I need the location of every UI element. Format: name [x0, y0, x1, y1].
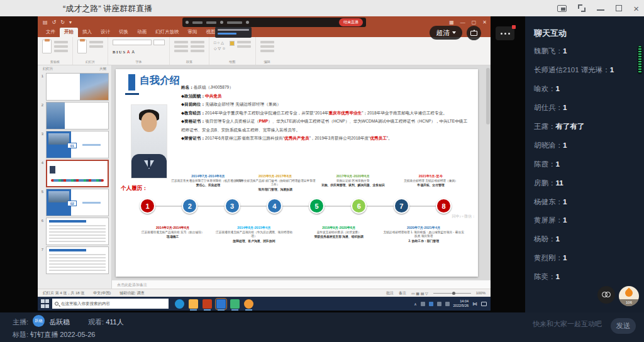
ribbon-group-drawing[interactable]: □○△◇▽☆ 绘图	[209, 37, 256, 65]
ribbon-group-font[interactable]: B I U SAA 字体	[108, 37, 170, 65]
redo-icon[interactable]: ↻	[60, 19, 65, 25]
timeline-entry-top: 2021年5月-至今 无锡政企部经理 无锡运维部经理（兼岗） 市场开拓、交付管理	[390, 174, 472, 188]
ribbon-group-clipboard[interactable]: 剪贴板	[38, 37, 73, 65]
tray-icon-2[interactable]	[429, 302, 433, 306]
slide-thumbnail-1[interactable]: 1	[39, 73, 109, 101]
ppt-restore-icon[interactable]: ▢	[472, 19, 477, 25]
font-name-box[interactable]	[113, 40, 152, 45]
ppt-ribbon-tab[interactable]: 设计	[96, 28, 114, 37]
live-status-icon	[186, 21, 189, 24]
undo-icon[interactable]: ↺	[52, 19, 57, 25]
more-options-button[interactable]	[496, 26, 514, 40]
chat-message: 魏鹏飞：1	[534, 47, 640, 56]
host-avatar[interactable]: 跃稳	[33, 315, 45, 327]
thumb-panel-outline-label[interactable]: 大纲	[99, 67, 106, 71]
quality-selector[interactable]: 超清	[430, 26, 462, 40]
minimize-icon[interactable]	[597, 9, 604, 11]
stream-title: 标题: 钉钉直播 2022-05-26	[13, 330, 95, 339]
taskbar-app-wechat-icon[interactable]	[230, 299, 240, 309]
save-icon[interactable]: ▤	[43, 19, 48, 25]
tray-chat-icon[interactable]	[481, 302, 487, 306]
font-style-buttons[interactable]: B I U SAA	[113, 50, 135, 54]
like-button[interactable]: 106	[619, 286, 639, 306]
ribbon-group-slides[interactable]: 幻灯片	[73, 37, 108, 65]
taskbar-app-dingtalk-icon[interactable]	[216, 299, 226, 309]
ppt-close-icon[interactable]: ✕	[482, 19, 487, 25]
shape-fill-icon[interactable]	[230, 41, 235, 46]
ppt-ribbon-tab[interactable]: 审阅	[184, 28, 202, 37]
video-stage: ▤ ↺ ↻ ▾ ▦ — ▢ ✕ 文件开始插入设计切换动画幻灯片放映审阅视图帮助	[0, 16, 525, 312]
shapes-icon[interactable]: □○△◇▽☆	[214, 40, 227, 52]
ppt-ribbon-tab[interactable]: 文件	[42, 28, 60, 37]
slide-thumbnail-6[interactable]: 6	[39, 218, 109, 245]
taskbar-app-orange-icon[interactable]	[244, 299, 253, 309]
current-slide[interactable]: 自我介绍 姓名：岳跃稳（JH005879） ◆政治面貌：中共党员 ◆目前岗位：无…	[116, 69, 478, 277]
timeline-node: 8	[436, 198, 452, 214]
ppt-ribbon-tab[interactable]: 切换	[114, 28, 133, 37]
close-icon[interactable]: ×	[633, 4, 639, 13]
ppt-ribbon-tab[interactable]: 开始	[60, 28, 78, 37]
system-tray[interactable]: ∧ 14:042022/5/26 ⋈	[414, 299, 487, 308]
slide-thumbnail-5[interactable]: 5 02	[39, 189, 109, 216]
tray-projection-icon[interactable]: ⋈	[472, 301, 477, 307]
tray-network-icon[interactable]	[445, 302, 450, 306]
screen-share-video[interactable]: ▤ ↺ ↻ ▾ ▦ — ▢ ✕ 文件开始插入设计切换动画幻灯片放映审阅视图帮助	[38, 16, 491, 311]
slide-thumbnail-7[interactable]: 7	[39, 246, 109, 274]
font-size-box[interactable]	[153, 40, 165, 45]
slide-watermark: 回中♪♀微信：	[452, 214, 476, 219]
chat-scrollbar[interactable]	[638, 45, 642, 74]
accessibility-status[interactable]: 辅助功能: 调查	[119, 290, 144, 296]
career-timeline: 2014年7月-2014年8月 江苏南京青奥通信保障江宁体育保障组（机房通信保障…	[123, 174, 477, 274]
thumb-panel-slides-label[interactable]: 幻灯片	[43, 67, 53, 71]
notes-button[interactable]: 备注	[399, 290, 406, 296]
chat-message: 胡仕兵：1	[534, 103, 640, 113]
maximize-icon[interactable]	[616, 5, 622, 11]
ppt-ribbon-tab[interactable]: 幻灯片放映	[151, 28, 184, 37]
send-button[interactable]: 发送	[611, 318, 636, 334]
ribbon-group-editing[interactable]: 编辑	[256, 37, 279, 65]
tray-chevron-icon[interactable]: ∧	[414, 302, 416, 306]
cast-button[interactable]	[467, 26, 481, 40]
taskbar-app-powerpoint-icon[interactable]	[203, 299, 212, 309]
zoom-slider[interactable]	[433, 293, 471, 294]
slide-thumbnail-4-selected[interactable]: 4	[39, 160, 109, 187]
ppt-ribbon-tab[interactable]: 动画	[133, 28, 151, 37]
slide-thumbnail-2[interactable]: 2	[39, 102, 109, 130]
start-button-icon[interactable]	[41, 299, 50, 308]
tray-icon-1[interactable]	[421, 302, 425, 306]
taskbar-app-browser-icon[interactable]	[175, 299, 184, 309]
zoom-level[interactable]: 100%	[476, 291, 486, 295]
slide-thumbnail-3[interactable]: 3 01	[39, 131, 109, 158]
ribbon-options-icon[interactable]: ▦	[449, 19, 454, 25]
timeline-entry-bottom: 2014年8月-2015年4月 江苏南通联通无线产品项目组（华为后台调测、项目经…	[213, 225, 295, 243]
end-live-button[interactable]: 结束直播	[339, 18, 363, 26]
fullscreen-icon[interactable]	[578, 4, 586, 12]
taskbar-clock[interactable]: 14:042022/5/26	[453, 299, 469, 308]
timeline-node: 3	[225, 198, 240, 214]
slide-thumbnail-panel: 幻灯片 大纲 1 2	[38, 65, 112, 289]
taskbar-app-explorer-icon[interactable]	[189, 299, 198, 309]
view-buttons[interactable]: ▭ ▦ ▤ ▽	[411, 291, 428, 295]
notes-pane[interactable]: 点击此处添加备注	[112, 280, 491, 289]
language-status[interactable]: 中文(中国)	[93, 290, 111, 296]
editor-scrollbar[interactable]	[486, 68, 490, 124]
title-accent-underline	[125, 93, 139, 95]
link-icon	[602, 292, 611, 298]
picture-in-picture-icon[interactable]	[557, 5, 567, 12]
new-slide-icon[interactable]	[77, 40, 87, 53]
chat-message-list[interactable]: 魏鹏飞：1 长师通信2101 谭光琳：1 喻欢：1 胡仕兵：1 王露：有了有了	[525, 39, 644, 282]
comments-button[interactable]: 批注	[386, 290, 394, 296]
ribbon-group-paragraph[interactable]: 段落	[170, 37, 209, 65]
ppt-minimize-icon[interactable]: —	[460, 19, 465, 25]
live-control-bar[interactable]: 结束直播	[182, 18, 366, 27]
tray-icon-3[interactable]	[437, 302, 441, 306]
portrait-photo	[131, 104, 167, 179]
customize-qat-icon[interactable]: ▾	[69, 19, 72, 25]
paste-icon[interactable]	[42, 40, 52, 53]
search-icon	[55, 302, 58, 306]
slide-editor: 自我介绍 姓名：岳跃稳（JH005879） ◆政治面貌：中共党员 ◆目前岗位：无…	[112, 65, 491, 289]
ppt-ribbon-tab[interactable]: 插入	[78, 28, 96, 37]
taskbar-search-input[interactable]: 在这里输入你要搜索的内容	[52, 299, 169, 309]
chat-input[interactable]	[531, 319, 604, 328]
share-link-button[interactable]	[597, 286, 615, 304]
